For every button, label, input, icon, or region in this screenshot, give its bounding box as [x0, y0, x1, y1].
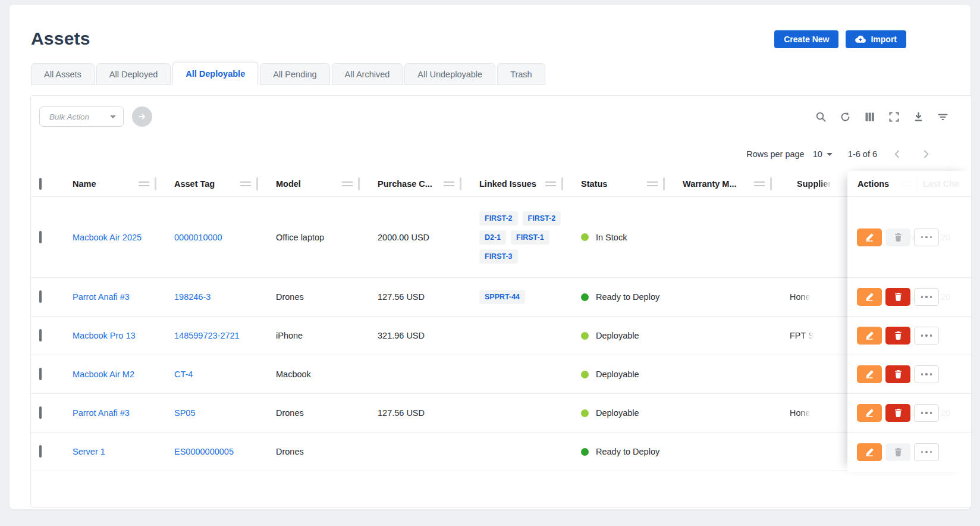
tab-trash[interactable]: Trash [497, 63, 545, 85]
row-checkbox[interactable] [39, 231, 42, 243]
column-header-purchase-cost: Purchase C... [360, 171, 461, 196]
asset-tag-link[interactable]: ES0000000005 [174, 447, 234, 456]
row-checkbox[interactable] [39, 368, 42, 380]
row-checkbox[interactable] [39, 445, 42, 458]
pagination: Rows per page 10 1-6 of 6 [746, 146, 934, 162]
fullscreen-icon[interactable] [888, 111, 900, 123]
model-cell: Drones [276, 292, 304, 302]
delete-button-disabled [885, 443, 910, 461]
status-dot [581, 332, 589, 340]
previous-page-button[interactable] [889, 146, 906, 162]
asset-tag-link[interactable]: CT-4 [174, 370, 193, 379]
more-actions-button[interactable] [914, 327, 939, 345]
more-actions-button[interactable] [914, 443, 939, 461]
status-dot [581, 293, 589, 301]
column-header-warranty: Warranty M... [665, 171, 772, 196]
delete-button-disabled [885, 228, 910, 246]
table-toolbar-icons [815, 111, 948, 123]
asset-name-link[interactable]: Parrot Anafi #3 [73, 292, 130, 302]
column-header-asset-tag: Asset Tag [156, 171, 258, 196]
delete-button[interactable] [885, 404, 910, 422]
more-actions-button[interactable] [914, 365, 939, 383]
bulk-action-apply-button[interactable] [132, 107, 152, 127]
search-icon[interactable] [815, 111, 827, 123]
delete-button[interactable] [885, 365, 910, 383]
asset-tag-link[interactable]: 198246-3 [174, 292, 211, 302]
refresh-icon[interactable] [840, 111, 851, 123]
column-header-linked-issues: Linked Issues [461, 171, 563, 196]
more-actions-button[interactable] [914, 228, 939, 246]
tab-all-assets[interactable]: All Assets [31, 63, 95, 85]
select-all-checkbox[interactable] [39, 178, 42, 190]
column-drag-handle[interactable] [342, 181, 353, 186]
tab-all-deployed[interactable]: All Deployed [96, 63, 171, 85]
import-button[interactable]: Import [846, 30, 906, 48]
arrow-right-icon [137, 112, 147, 121]
delete-button[interactable] [885, 327, 910, 345]
rows-per-page-select[interactable]: 10 [813, 149, 833, 159]
issue-badge[interactable]: FIRST-2 [479, 211, 518, 226]
issue-badge[interactable]: FIRST-1 [511, 230, 549, 245]
tab-all-deployable[interactable]: All Deployable [172, 62, 258, 85]
status-cell: Deployable [581, 370, 639, 379]
row-checkbox[interactable] [39, 329, 42, 342]
pinned-actions-column: Actions [847, 171, 971, 472]
edit-button[interactable] [857, 288, 882, 306]
asset-name-link[interactable]: Macbook Air 2025 [73, 233, 142, 242]
row-checkbox[interactable] [39, 290, 42, 303]
status-cell: Ready to Deploy [581, 292, 659, 302]
row-actions [847, 394, 971, 433]
asset-name-link[interactable]: Macbook Air M2 [73, 370, 134, 379]
asset-name-link[interactable]: Server 1 [73, 447, 105, 456]
column-drag-handle[interactable] [240, 181, 251, 186]
edit-button[interactable] [857, 327, 882, 345]
column-drag-handle[interactable] [647, 181, 658, 186]
cloud-upload-icon [855, 35, 866, 43]
edit-button[interactable] [857, 443, 882, 461]
table-row: Macbook Pro 13 148599723-2721 iPhone 321… [31, 317, 971, 355]
download-icon[interactable] [913, 111, 924, 123]
filter-icon[interactable] [937, 111, 948, 123]
delete-button[interactable] [885, 288, 910, 306]
asset-tag-link[interactable]: 148599723-2721 [174, 331, 240, 340]
asset-name-link[interactable]: Parrot Anafi #3 [73, 408, 130, 418]
purchase-cost-cell: 321.96 USD [378, 331, 425, 340]
linked-issues-cell [461, 394, 563, 432]
next-page-button[interactable] [918, 146, 934, 162]
tab-all-pending[interactable]: All Pending [260, 63, 329, 85]
table-row: Server 1 ES0000000005 Drones Ready to De… [31, 433, 971, 471]
asset-tag-link[interactable]: 0000010000 [174, 233, 222, 242]
issue-badge[interactable]: SPPRT-44 [479, 290, 525, 304]
model-cell: Macbook [276, 370, 311, 379]
model-cell: iPhone [276, 331, 303, 340]
issue-badge[interactable]: FIRST-2 [523, 211, 561, 226]
edit-button[interactable] [857, 404, 882, 422]
column-drag-handle[interactable] [545, 181, 556, 186]
tab-all-archived[interactable]: All Archived [332, 63, 403, 85]
column-drag-handle[interactable] [754, 181, 765, 186]
bulk-action-select[interactable]: Bulk Action [39, 107, 124, 127]
edit-button[interactable] [857, 365, 882, 383]
asset-tag-link[interactable]: SP05 [174, 408, 195, 418]
asset-name-link[interactable]: Macbook Pro 13 [73, 331, 136, 340]
issue-badge[interactable]: D2-1 [479, 230, 506, 245]
column-drag-handle[interactable] [139, 181, 149, 186]
purchase-cost-cell: 127.56 USD [378, 292, 425, 302]
columns-icon[interactable] [864, 111, 875, 123]
column-drag-handle[interactable] [444, 181, 454, 186]
model-cell: Office laptop [276, 233, 324, 242]
tab-all-undeployable[interactable]: All Undeployable [404, 63, 495, 85]
more-actions-button[interactable] [914, 404, 939, 422]
more-actions-button[interactable] [914, 288, 939, 306]
linked-issues-cell: FIRST-2 FIRST-2 D2-1 FIRST-1 FIRST-3 [479, 211, 563, 264]
linked-issues-cell: SPPRT-44 [479, 290, 563, 304]
create-new-button[interactable]: Create New [774, 30, 838, 48]
row-actions [847, 278, 971, 317]
status-dot [581, 233, 589, 241]
edit-button[interactable] [857, 228, 882, 246]
row-checkbox[interactable] [39, 406, 42, 419]
issue-badge[interactable]: FIRST-3 [479, 249, 518, 264]
rows-per-page-label: Rows per page [746, 149, 805, 159]
supplier-cell: FPT S [790, 331, 814, 340]
purchase-cost-cell: 127.56 USD [378, 408, 425, 418]
